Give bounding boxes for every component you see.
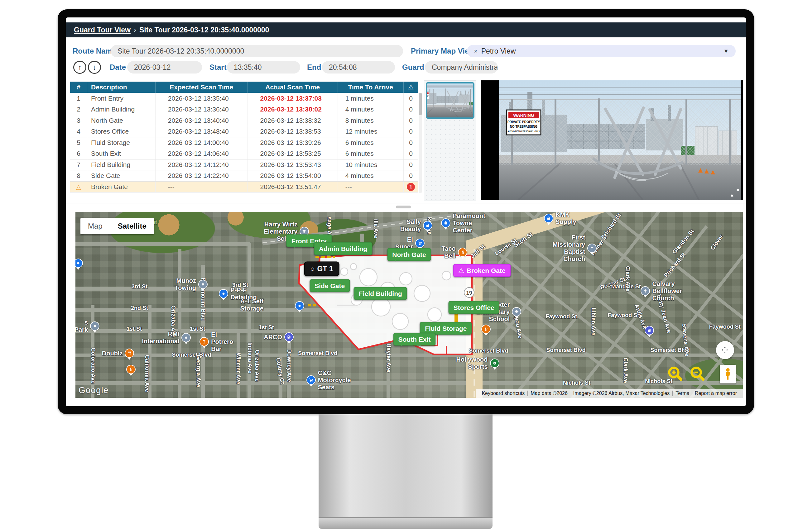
- pegman-control[interactable]: [720, 365, 736, 383]
- expand-photo-icon[interactable]: [730, 188, 740, 197]
- cart-pin-icon[interactable]: [415, 239, 424, 248]
- svg-text:19: 19: [466, 290, 472, 296]
- col-description[interactable]: Description: [87, 82, 156, 93]
- poi-label: Hollywood Sports: [456, 356, 488, 370]
- poi-label: Calvary Bellflower Church: [652, 280, 682, 302]
- gas-pin-icon[interactable]: [284, 332, 294, 342]
- table-row[interactable]: 6South Exit2026-03-12 14:06:402026-03-12…: [70, 148, 418, 159]
- scan-table: # Description Expected Scan Time Actual …: [70, 82, 418, 192]
- chevron-down-icon[interactable]: ▼: [723, 45, 729, 57]
- tour-stop-marker-north-gate[interactable]: North Gate: [387, 248, 431, 261]
- drink-pin-icon[interactable]: [200, 337, 209, 346]
- table-row[interactable]: 1Front Entry2026-03-12 13:35:402026-03-1…: [70, 93, 418, 104]
- bag-pin-icon[interactable]: [423, 221, 432, 230]
- warning-sign: WARNING PRIVATE PROPERTY -NO TRESPASSING…: [507, 110, 541, 135]
- remove-tag-icon[interactable]: ×: [474, 45, 477, 57]
- table-row[interactable]: 3North Gate2026-03-12 13:40:402026-03-12…: [70, 115, 418, 126]
- map-attribution: Keyboard shortcuts Map data ©2026 Imager…: [476, 389, 743, 398]
- bag-pin-icon[interactable]: [544, 214, 553, 223]
- app-window: Guard Tour View › Site Tour 2026-03-12 2…: [66, 17, 746, 406]
- svg-text:AUTHORIZED PERSONNEL ONLY: AUTHORIZED PERSONNEL ONLY: [507, 130, 540, 132]
- map-button[interactable]: Map: [80, 218, 110, 234]
- cart-pin-icon[interactable]: [306, 375, 316, 385]
- route-name-label: Route Name: [73, 45, 116, 57]
- satellite-button[interactable]: Satellite: [110, 218, 154, 234]
- tour-stop-marker-field-building[interactable]: Field Building: [354, 287, 407, 300]
- tour-stop-marker-stores-office[interactable]: Stores Office: [449, 301, 500, 314]
- table-scrollbar[interactable]: [419, 93, 422, 193]
- tour-stop-label: North Gate: [392, 251, 426, 258]
- zoom-in-button[interactable]: [667, 365, 683, 382]
- food-pin-icon[interactable]: [125, 348, 134, 358]
- monitor-stand: [319, 414, 492, 517]
- photo-thumbnail[interactable]: [426, 82, 474, 119]
- end-label: End: [307, 61, 321, 74]
- warning-icon: ⚠: [458, 267, 464, 274]
- map-canvas[interactable]: 19 Paramount Blvd3rd St3rd St2nd St1st S…: [75, 212, 743, 398]
- dot-pin-icon[interactable]: [90, 321, 99, 331]
- table-row[interactable]: 7Field Building2026-03-12 14:12:402026-0…: [70, 159, 418, 170]
- dot-pin-icon[interactable]: [181, 333, 191, 342]
- col-actual[interactable]: Actual Scan Time: [248, 82, 338, 93]
- primary-map-view-tag: Petro View: [481, 45, 516, 57]
- tour-stop-marker-south-exit[interactable]: South Exit: [393, 332, 436, 345]
- move-up-button[interactable]: ↑: [73, 61, 86, 74]
- end-time-input[interactable]: 20:54:08: [322, 61, 395, 74]
- breadcrumb-link-guard-tour-view[interactable]: Guard Tour View: [74, 26, 131, 34]
- dot-pin-icon[interactable]: [295, 301, 304, 310]
- tour-stop-label: Admin Building: [319, 245, 367, 252]
- svg-text:WARNING: WARNING: [513, 113, 534, 118]
- route-name-input[interactable]: Site Tour 2026-03-12 20:35:40.0000000: [111, 45, 403, 57]
- poi-label: KMK Supply: [556, 212, 576, 226]
- keyboard-shortcuts-link[interactable]: Keyboard shortcuts: [479, 391, 527, 396]
- dot-pin-icon[interactable]: [219, 289, 228, 298]
- col-warning-icon[interactable]: ⚠: [403, 82, 418, 93]
- primary-map-view-label: Primary Map View: [411, 45, 475, 57]
- poi-label: Munoz Towing: [175, 277, 196, 291]
- move-down-button[interactable]: ↓: [88, 61, 101, 74]
- table-row[interactable]: 5Fluid Storage2026-03-12 14:00:402026-03…: [70, 137, 418, 148]
- pan-control[interactable]: [716, 341, 734, 359]
- table-row[interactable]: △Broken Gate---2026-03-12 13:51:47---1: [70, 181, 418, 192]
- date-input[interactable]: 2026-03-12: [127, 61, 202, 74]
- broken-gate-photo[interactable]: WARNING PRIVATE PROPERTY -NO TRESPASSING…: [481, 80, 743, 200]
- tour-stop-marker-broken-gate[interactable]: ⚠Broken Gate: [453, 264, 511, 277]
- terms-link[interactable]: Terms: [672, 391, 692, 396]
- food-pin-icon[interactable]: [126, 365, 135, 374]
- tour-stop-label: Stores Office: [454, 304, 494, 310]
- tour-stop-marker-side-gate[interactable]: Side Gate: [310, 279, 350, 292]
- poi-label: s Park: [75, 319, 88, 333]
- church-pin-icon[interactable]: [587, 244, 597, 253]
- tour-stop-label: Fluid Storage: [425, 325, 467, 331]
- food-pin-icon[interactable]: [481, 325, 491, 334]
- warning-triangle-icon: △: [76, 184, 81, 190]
- table-row[interactable]: 2Admin Building2026-03-12 13:36:402026-0…: [70, 104, 418, 115]
- bag-pin-icon[interactable]: [441, 218, 450, 228]
- page-title: Site Tour 2026-03-12 20:35:40.0000000: [139, 26, 269, 34]
- guard-input[interactable]: Company Administrator: [425, 61, 498, 74]
- food-pin-icon[interactable]: [458, 248, 467, 257]
- guard-label: Guard: [402, 61, 424, 74]
- tour-stop-marker-admin-building[interactable]: Admin Building: [314, 242, 372, 255]
- zoom-out-button[interactable]: [689, 365, 705, 382]
- tour-stop-label: GT 1: [317, 265, 333, 272]
- poi-label: Doublz: [102, 350, 123, 357]
- dot-pin-icon[interactable]: [198, 280, 207, 289]
- poi-label: A-1 Self Storage: [240, 298, 264, 312]
- col-time-to-arrive[interactable]: Time To Arrive: [338, 82, 403, 93]
- col-num[interactable]: #: [70, 82, 87, 93]
- monitor: Guard Tour View › Site Tour 2026-03-12 2…: [58, 10, 754, 414]
- gas-pin-icon[interactable]: [645, 326, 654, 335]
- primary-map-view-select[interactable]: × Petro View ▼: [467, 45, 736, 57]
- table-row[interactable]: 4Stores Office2026-03-12 13:48:402026-03…: [70, 126, 418, 137]
- splitter-handle[interactable]: [396, 206, 411, 208]
- church-pin-icon[interactable]: [640, 286, 650, 296]
- soccer-pin-icon[interactable]: [490, 359, 500, 368]
- report-map-error-link[interactable]: Report a map error: [692, 391, 740, 396]
- poi-label: RMI International: [142, 330, 179, 345]
- table-row[interactable]: 8Side Gate2026-03-12 14:22:402026-03-12 …: [70, 170, 418, 182]
- col-expected[interactable]: Expected Scan Time: [155, 82, 248, 93]
- start-time-input[interactable]: 13:35:40: [227, 61, 300, 74]
- tour-stop-marker-gt-1[interactable]: ○GT 1: [304, 262, 340, 276]
- grad-pin-icon[interactable]: [512, 307, 521, 317]
